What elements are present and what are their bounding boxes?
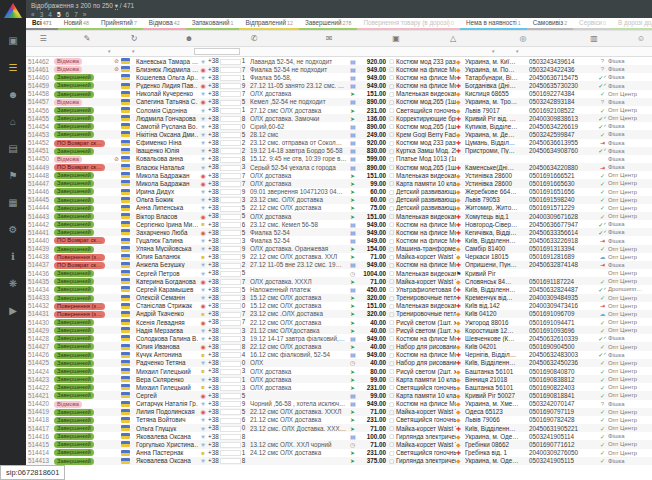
sidebar-item-clients-icon[interactable]: ☻ bbox=[0, 81, 26, 108]
pager-first-icon[interactable]: « bbox=[31, 11, 35, 18]
table-row[interactable]: 514438Повернення (з…Юлия Баланюк■+38922.… bbox=[26, 253, 652, 261]
tab-vsi[interactable]: Всі471 bbox=[26, 18, 58, 30]
table-row[interactable]: 514426ЗавершенийКучук Антонина■+38416.12… bbox=[26, 351, 652, 359]
table-row[interactable]: 514425ЗавершенийРадченко Тетяна✳+380ОЛХ◷… bbox=[26, 359, 652, 367]
table-row[interactable]: 514451ЗавершенийІващенко Юлія✳+38219.12 … bbox=[26, 147, 652, 155]
table-row[interactable]: 514457ВідмоваСапегина Татьяна С…◉+385Кем… bbox=[26, 98, 652, 106]
pager-page-7[interactable]: 7 bbox=[74, 11, 78, 18]
table-row[interactable]: 514413ЗавершенийЯковалева Оксана✳+388➤37… bbox=[26, 457, 652, 465]
table-row[interactable]: 514429ЗавершенийНадія Мерзаєва✳+38321.12… bbox=[26, 326, 652, 334]
tab-vidmova[interactable]: Відмова42 bbox=[143, 18, 186, 30]
table-row[interactable]: 514421ЗавершенийСергей◉+385▤99.00▢Карта … bbox=[26, 391, 652, 399]
column-product-icon[interactable]: △ bbox=[418, 34, 488, 43]
table-row[interactable]: 514441ЗавершенийЗахарченко Люба◉+385Фиал… bbox=[26, 228, 652, 236]
table-row[interactable]: 514459ЗавершенийРуденко Лидия Пав…◉+3892… bbox=[26, 81, 652, 89]
tab-samovyviz[interactable]: Самовивіз2 bbox=[527, 18, 573, 30]
table-row[interactable]: 514430ЗавершенийКсенія Левадняя◉+38722.1… bbox=[26, 318, 652, 326]
sidebar-item-dashboard-icon[interactable]: ▣ bbox=[0, 27, 26, 54]
tab-povernennia-tovaru[interactable]: Повернення товару (в дорозі)0 bbox=[357, 18, 459, 30]
table-row[interactable]: 514445ЗавершенийОльга Божик✳+38323.12 см… bbox=[26, 196, 652, 204]
table-row[interactable]: 514442ЗавершенийСергієнко Ірина Ми…■+386… bbox=[26, 220, 652, 228]
phone-filter-input[interactable] bbox=[194, 48, 240, 55]
column-address-icon[interactable]: ◎ bbox=[488, 34, 558, 43]
table-row[interactable]: 514446ЗавершенийИрина Дидух✳+38909.01 зв… bbox=[26, 188, 652, 196]
app-logo-icon[interactable] bbox=[4, 3, 22, 18]
table-row[interactable]: 514434ЗавершенийСергей Карамышев✳+385Нал… bbox=[26, 285, 652, 293]
tab-novyi[interactable]: Новий48 bbox=[58, 18, 95, 30]
table-row[interactable]: 514450Відмова⊘Ковальова анна✳+38815.12. … bbox=[26, 155, 652, 163]
table-row[interactable]: 514436ЗавершенийСергей Петров✳+385◷1004.… bbox=[26, 269, 652, 277]
table-row[interactable]: 514444ЗавершенийАнна Липенська✳+38522.12… bbox=[26, 204, 652, 212]
table-row[interactable]: 514424ЗавершенийМихаил Гилецький■+383ОЛХ… bbox=[26, 367, 652, 375]
table-row[interactable]: 514432Повернення (з…Станіслав Стрижак◉+3… bbox=[26, 302, 652, 310]
sidebar-item-orders-icon[interactable]: ☰ bbox=[0, 54, 26, 81]
table-row[interactable]: 514448ЗавершенийМикола Бадражан◉+387ОЛХ … bbox=[26, 171, 652, 179]
table-row[interactable]: 514418ЗавершенийТетяна Войтович✳+38621.1… bbox=[26, 416, 652, 424]
table-row[interactable]: 514447ЗавершенийМикола Бадражан◉+387ОЛХ … bbox=[26, 179, 652, 187]
table-row[interactable]: 514449ПО Возврат ск…Власюк Наталья✳+383С… bbox=[26, 163, 652, 171]
table-row[interactable]: 514456ЗавершенийСоломія Сідоніна✳+38127.… bbox=[26, 106, 652, 114]
tab-v-dorozi-dodomu[interactable]: В дорозі додому0 bbox=[612, 18, 652, 30]
table-row[interactable]: 514454ЗавершенийСамотій Руслана Во…✳+380… bbox=[26, 122, 652, 130]
column-ttn-icon[interactable]: ▥ bbox=[558, 34, 630, 43]
pager-page-4[interactable]: 4 bbox=[48, 11, 52, 18]
table-row[interactable]: 514461Відмова⊘Близнюк Людмила …◉+387Фиал… bbox=[26, 65, 652, 73]
column-payment-icon[interactable]: ▣ bbox=[374, 34, 418, 43]
table-row[interactable]: 514455ЗавершенийЛюдмила Гончарова✳+388ОЛ… bbox=[26, 114, 652, 122]
tab-zapakovanyi[interactable]: Запакований1 bbox=[186, 18, 240, 30]
product-filter-caret-icon[interactable]: ▾ bbox=[492, 48, 495, 54]
table-row[interactable]: 514443ЗавершенийВіктор Власов◉+385ОЛХ до… bbox=[26, 212, 652, 220]
sidebar-item-video-icon[interactable]: ▶ bbox=[0, 297, 26, 324]
tab-vidpravlenyi[interactable]: Відправлений12 bbox=[239, 18, 298, 30]
pager-page-3[interactable]: 3 bbox=[40, 11, 44, 18]
sidebar-item-info-icon[interactable]: ℹ bbox=[0, 243, 26, 270]
column-channel-icon[interactable]: ☺ bbox=[630, 34, 652, 43]
pager-last-icon[interactable]: » bbox=[83, 11, 87, 18]
table-row[interactable]: 514416ЗавершенийЯковалева Оксана✳+388▤10… bbox=[26, 432, 652, 440]
column-phone-icon[interactable]: ✆ bbox=[224, 34, 284, 43]
tab-pryiniatyi[interactable]: Прийнятий7 bbox=[95, 18, 143, 30]
table-row[interactable]: 514462Відмова⊘Каневська Тамара …✳+381Лав… bbox=[26, 57, 652, 65]
carrier-filter-caret-icon[interactable]: ▾ bbox=[516, 48, 519, 54]
sidebar-item-support-icon[interactable]: ❋ bbox=[0, 270, 26, 297]
table-row[interactable]: 514414ЗавершенийАнна Пастернак■+38124.12… bbox=[26, 449, 652, 457]
sidebar-item-settings-icon[interactable]: ⚙ bbox=[0, 216, 26, 243]
carrier-cell: ◆ bbox=[456, 433, 465, 440]
column-status-icon[interactable]: ✎ bbox=[60, 34, 114, 43]
table-row[interactable]: 514428ЗавершенийСолодкова Галина В…✳+383… bbox=[26, 334, 652, 342]
column-client-icon[interactable]: ☻ bbox=[154, 34, 224, 43]
sidebar-item-statistics-icon[interactable]: ▦ bbox=[0, 189, 26, 216]
table-row[interactable]: 514437ПО Возврат ск…Анжела Безушку✳+3822… bbox=[26, 261, 652, 269]
table-row[interactable]: 514452ПО Возврат ск…Єфименко Ніна✳+38223… bbox=[26, 139, 652, 147]
tab-zavershenyi[interactable]: Завершений278 bbox=[299, 18, 358, 30]
table-row[interactable]: 514415ЗавершенийГоргулько Христина…✳+383… bbox=[26, 440, 652, 448]
column-orders-icon[interactable]: ☰ bbox=[26, 34, 60, 43]
table-row[interactable]: 514433ЗавершенийОлексій Семанін✳+38315.1… bbox=[26, 294, 652, 302]
table-row[interactable]: 514427ЗавершенийЮлия Иванова◉+38822.12 с… bbox=[26, 342, 652, 350]
tab-nema-v-naiavnosti[interactable]: Нема в наявності1 bbox=[460, 18, 527, 30]
table-row[interactable]: 514422ЗавершенийМихаил Гилецький■+383ОЛХ… bbox=[26, 383, 652, 391]
pager-page-6[interactable]: 6 bbox=[66, 11, 70, 18]
product-icon: ▢ bbox=[389, 327, 394, 333]
table-row[interactable]: 514440ПО Возврат ск…Гуцалюк Галина✳+383Ф… bbox=[26, 236, 652, 244]
per-page-caret-icon[interactable]: ▾ bbox=[115, 2, 118, 10]
table-row[interactable]: 514417ЗавершенийОльга Глущук✳+38023.12 с… bbox=[26, 424, 652, 432]
table-row[interactable]: 514431Повернення (з…Андрій Ткаченко■+387… bbox=[26, 310, 652, 318]
table-row[interactable]: 514419ЗавершенийЛилия Подолинская◉+38522… bbox=[26, 408, 652, 416]
sidebar-item-procurement-icon[interactable]: ▤ bbox=[0, 135, 26, 162]
tab-servisy[interactable]: Сервіси0 bbox=[573, 18, 612, 30]
column-comment-icon[interactable]: ✉ bbox=[284, 34, 374, 43]
sidebar-item-announcements-icon[interactable]: ⚑ bbox=[0, 162, 26, 189]
table-row[interactable]: 514439ЗавершенийУляна Мусійовська✳+389ОЛ… bbox=[26, 245, 652, 253]
table-row[interactable]: 514423ЗавершенийВера Скляренко✳+381ОЛХ д… bbox=[26, 375, 652, 383]
column-history-icon[interactable]: ↻ bbox=[114, 34, 154, 43]
country-filter-caret-icon[interactable]: ▾ bbox=[132, 48, 135, 54]
table-row[interactable]: 514453ЗавершенийНікітіна Оксана Дми…✳+38… bbox=[26, 130, 652, 138]
sidebar-item-store-icon[interactable]: ⌂ bbox=[0, 108, 26, 135]
table-row[interactable]: 514420ВідмоваСитарчук Наталія Гр…✳+389Чо… bbox=[26, 400, 652, 408]
table-row[interactable]: 514435ЗавершенийКатерина Богданова◉+387О… bbox=[26, 277, 652, 285]
table-row[interactable]: 514460ЗавершенийКошелева Ольга Ар…✳+381Ф… bbox=[26, 73, 652, 81]
table-row[interactable]: 514458ЗавершенийНиколай Кучеренко✳+387ОЛ… bbox=[26, 90, 652, 98]
pager-page-5[interactable]: 5 bbox=[57, 11, 61, 18]
status-filter-caret-icon[interactable]: ▾ bbox=[108, 48, 111, 54]
